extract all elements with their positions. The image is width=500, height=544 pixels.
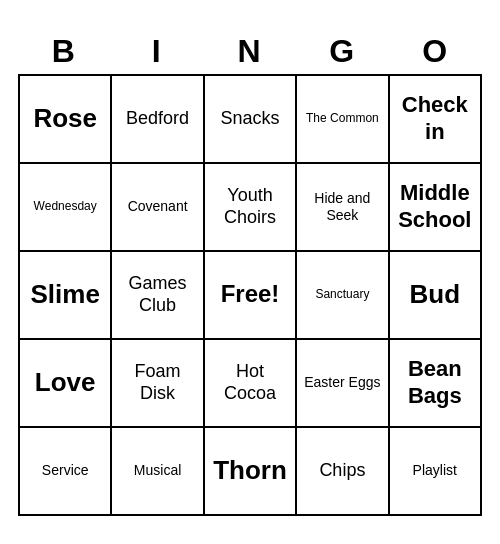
header-letter-N: N	[204, 29, 297, 74]
cell-text-r2-c0: Slime	[31, 279, 100, 310]
cell-r3-c2: Hot Cocoa	[205, 340, 297, 428]
cell-r3-c0: Love	[20, 340, 112, 428]
cell-r2-c3: Sanctuary	[297, 252, 389, 340]
cell-text-r2-c3: Sanctuary	[315, 287, 369, 301]
cell-r0-c4: Check in	[390, 76, 482, 164]
cell-r3-c4: Bean Bags	[390, 340, 482, 428]
cell-text-r1-c1: Covenant	[128, 198, 188, 215]
cell-r1-c0: Wednesday	[20, 164, 112, 252]
cell-r0-c0: Rose	[20, 76, 112, 164]
cell-r1-c3: Hide and Seek	[297, 164, 389, 252]
cell-r4-c4: Playlist	[390, 428, 482, 516]
cell-r0-c1: Bedford	[112, 76, 204, 164]
cell-r2-c2: Free!	[205, 252, 297, 340]
cell-r4-c2: Thorn	[205, 428, 297, 516]
cell-r1-c4: Middle School	[390, 164, 482, 252]
cell-text-r3-c2: Hot Cocoa	[209, 361, 291, 404]
cell-r4-c1: Musical	[112, 428, 204, 516]
cell-r0-c3: The Common	[297, 76, 389, 164]
cell-r2-c4: Bud	[390, 252, 482, 340]
cell-text-r4-c4: Playlist	[413, 462, 457, 479]
cell-text-r0-c1: Bedford	[126, 108, 189, 130]
bingo-card: BINGO RoseBedfordSnacksThe CommonCheck i…	[10, 21, 490, 524]
cell-text-r2-c1: Games Club	[116, 273, 198, 316]
cell-text-r1-c0: Wednesday	[34, 199, 97, 213]
cell-text-r2-c4: Bud	[410, 279, 461, 310]
cell-text-r0-c2: Snacks	[220, 108, 279, 130]
cell-r2-c0: Slime	[20, 252, 112, 340]
header-letter-B: B	[18, 29, 111, 74]
cell-text-r4-c1: Musical	[134, 462, 181, 479]
header-letter-G: G	[296, 29, 389, 74]
cell-r1-c1: Covenant	[112, 164, 204, 252]
cell-text-r0-c3: The Common	[306, 111, 379, 125]
bingo-grid: RoseBedfordSnacksThe CommonCheck inWedne…	[18, 74, 482, 516]
cell-text-r2-c2: Free!	[221, 280, 280, 309]
cell-text-r4-c2: Thorn	[213, 455, 287, 486]
cell-text-r1-c4: Middle School	[394, 180, 476, 233]
header-letter-I: I	[111, 29, 204, 74]
cell-text-r3-c1: Foam Disk	[116, 361, 198, 404]
cell-text-r4-c0: Service	[42, 462, 89, 479]
cell-r4-c0: Service	[20, 428, 112, 516]
cell-text-r0-c4: Check in	[394, 92, 476, 145]
cell-text-r3-c3: Easter Eggs	[304, 374, 380, 391]
cell-text-r3-c0: Love	[35, 367, 96, 398]
bingo-header: BINGO	[18, 29, 482, 74]
cell-r3-c3: Easter Eggs	[297, 340, 389, 428]
cell-r3-c1: Foam Disk	[112, 340, 204, 428]
cell-r4-c3: Chips	[297, 428, 389, 516]
cell-r0-c2: Snacks	[205, 76, 297, 164]
cell-text-r1-c2: Youth Choirs	[209, 185, 291, 228]
cell-r2-c1: Games Club	[112, 252, 204, 340]
cell-text-r3-c4: Bean Bags	[394, 356, 476, 409]
cell-text-r1-c3: Hide and Seek	[301, 190, 383, 224]
cell-text-r0-c0: Rose	[33, 103, 97, 134]
header-letter-O: O	[389, 29, 482, 74]
cell-text-r4-c3: Chips	[319, 460, 365, 482]
cell-r1-c2: Youth Choirs	[205, 164, 297, 252]
